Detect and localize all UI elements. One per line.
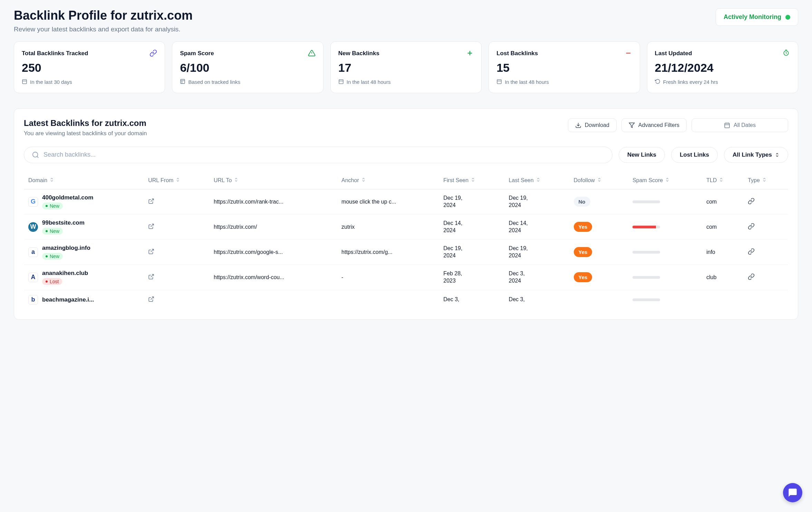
external-link-icon[interactable] — [148, 225, 154, 230]
column-header-first seen[interactable]: First Seen — [439, 171, 504, 189]
column-header-url to[interactable]: URL To — [210, 171, 337, 189]
advanced-filters-button[interactable]: Advanced Filters — [621, 118, 687, 132]
anchor-text: - — [341, 274, 400, 280]
all-types-label: All Link Types — [733, 151, 772, 158]
stat-label: Total Backlinks Tracked — [22, 49, 88, 58]
minus-icon — [625, 49, 632, 57]
url-to[interactable]: https://zutrix.com/ — [214, 224, 293, 230]
stat-label: New Backlinks — [338, 49, 379, 58]
stat-value: 17 — [338, 61, 474, 75]
table-row: W 99bestsite.com New https://zutrix.com/… — [24, 214, 788, 239]
tld: com — [702, 214, 744, 239]
last-seen: Dec 3,2024 — [505, 265, 570, 290]
panel-subtitle: You are viewing latest backlinks of your… — [24, 130, 147, 137]
first-seen: Feb 28,2023 — [439, 265, 504, 290]
stat-note: Fresh links every 24 hrs — [655, 79, 790, 85]
search-input[interactable] — [44, 151, 605, 158]
external-link-icon[interactable] — [148, 275, 154, 281]
stat-note: Based on tracked links — [180, 79, 315, 85]
column-header-url from[interactable]: URL From — [144, 171, 210, 189]
sort-icon — [471, 177, 475, 184]
domain-name[interactable]: beachmagazine.i... — [42, 296, 94, 303]
link-type-icon — [748, 275, 755, 281]
external-link-icon[interactable] — [148, 250, 154, 256]
spam-score-bar — [632, 251, 660, 254]
new-links-button[interactable]: New Links — [619, 147, 665, 163]
favicon: G — [28, 197, 38, 207]
column-header-anchor[interactable]: Anchor — [337, 171, 439, 189]
status-badge: Lost — [42, 278, 62, 285]
alert-icon — [308, 49, 316, 57]
stat-card-0: Total Backlinks Tracked 250 In the last … — [14, 41, 165, 93]
spam-score-bar — [632, 200, 660, 203]
column-header-tld[interactable]: TLD — [702, 171, 744, 189]
stat-label: Spam Score — [180, 49, 214, 58]
sort-icon — [175, 177, 180, 184]
first-seen: Dec 3, — [439, 290, 504, 309]
first-seen: Dec 19,2024 — [439, 189, 504, 214]
svg-line-25 — [151, 249, 154, 252]
filter-icon — [629, 122, 635, 128]
favicon: W — [28, 222, 38, 232]
tld: club — [702, 265, 744, 290]
sort-icon — [762, 177, 767, 184]
first-seen: Dec 14,2024 — [439, 214, 504, 239]
note-icon — [22, 79, 27, 85]
link-type-icon — [748, 250, 755, 256]
column-header-last seen[interactable]: Last Seen — [505, 171, 570, 189]
panel-title: Latest Backlinks for zutrix.com — [24, 118, 147, 128]
stat-note: In the last 48 hours — [496, 79, 632, 85]
last-seen: Dec 14,2024 — [505, 214, 570, 239]
column-header-domain[interactable]: Domain — [24, 171, 144, 189]
first-seen: Dec 19,2024 — [439, 239, 504, 265]
domain-name[interactable]: ananakihen.club — [42, 270, 88, 277]
column-header-type[interactable]: Type — [744, 171, 788, 189]
dofollow-badge: Yes — [574, 272, 592, 282]
svg-rect-9 — [339, 79, 343, 83]
chevron-sort-icon — [775, 152, 780, 157]
timer-icon — [783, 49, 790, 57]
dofollow-badge: Yes — [574, 247, 592, 257]
download-icon — [575, 122, 581, 128]
column-header-spam score[interactable]: Spam Score — [628, 171, 702, 189]
favicon: a — [28, 247, 38, 257]
table-row: a amazingblog.info New https://zutrix.co… — [24, 239, 788, 265]
all-link-types-button[interactable]: All Link Types — [724, 147, 788, 163]
external-link-icon[interactable] — [148, 297, 154, 303]
spam-score-bar — [632, 226, 660, 228]
anchor-text: mouse click the up c... — [341, 199, 400, 205]
external-link-icon[interactable] — [148, 199, 154, 205]
dofollow-badge: No — [574, 197, 590, 207]
link-icon — [149, 49, 157, 57]
svg-rect-4 — [181, 79, 185, 83]
spam-score-bar — [632, 298, 660, 301]
url-to[interactable]: https://zutrix.com/word-cou... — [214, 274, 293, 280]
domain-name[interactable]: 99bestsite.com — [42, 219, 85, 226]
search-container — [24, 147, 612, 163]
stat-card-3: Lost Backlinks 15 In the last 48 hours — [489, 41, 640, 93]
date-range-button[interactable]: All Dates — [692, 118, 788, 132]
domain-name[interactable]: 400goldmetal.com — [42, 194, 93, 201]
domain-name[interactable]: amazingblog.info — [42, 245, 90, 252]
url-to[interactable]: https://zutrix.com/rank-trac... — [214, 199, 293, 205]
anchor-text: https://zutrix.com/g... — [341, 249, 400, 255]
column-header-dofollow[interactable]: Dofollow — [570, 171, 629, 189]
search-icon — [32, 151, 39, 159]
status-dot-icon — [785, 15, 790, 20]
sort-icon — [49, 177, 54, 184]
note-icon — [338, 79, 344, 85]
lost-links-button[interactable]: Lost Links — [671, 147, 718, 163]
page-title: Backlink Profile for zutrix.com — [14, 8, 193, 23]
url-to[interactable]: https://zutrix.com/google-s... — [214, 249, 293, 255]
filters-label: Advanced Filters — [638, 122, 679, 128]
download-button[interactable]: Download — [568, 118, 617, 132]
svg-line-23 — [151, 199, 154, 201]
last-seen: Dec 3, — [505, 290, 570, 309]
stat-note: In the last 30 days — [22, 79, 157, 85]
stat-card-1: Spam Score 6/100 Based on tracked links — [172, 41, 323, 93]
note-icon — [180, 79, 185, 85]
page-subtitle: Review your latest backlinks and export … — [14, 26, 193, 33]
stat-label: Lost Backlinks — [496, 49, 538, 58]
dofollow-badge: Yes — [574, 222, 592, 232]
stat-value: 15 — [496, 61, 632, 75]
